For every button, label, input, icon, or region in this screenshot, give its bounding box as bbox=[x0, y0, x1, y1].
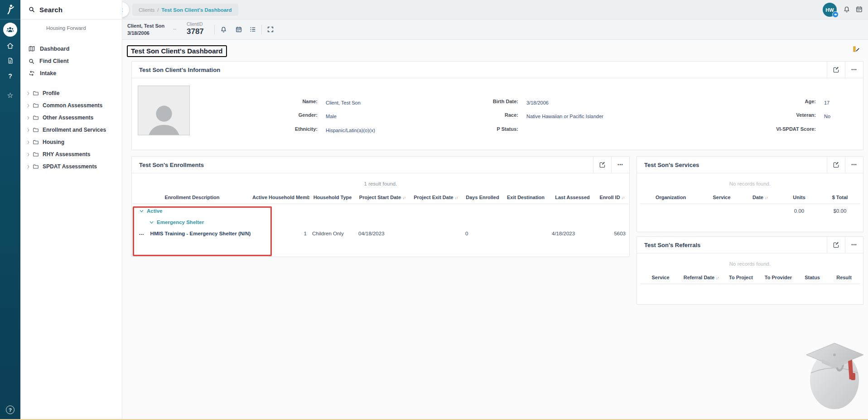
rail-item-home[interactable] bbox=[0, 41, 20, 50]
field-birth-date: Birth Date: 3/18/2006 bbox=[446, 99, 644, 105]
rail-item-clients[interactable] bbox=[3, 23, 17, 37]
housing-forward-logo[interactable] bbox=[0, 0, 20, 19]
edit-card-button[interactable] bbox=[827, 237, 845, 253]
ellipsis-icon: ••• bbox=[617, 162, 623, 167]
result-count: 1 result found. bbox=[132, 173, 629, 188]
card-menu-button[interactable]: ••• bbox=[611, 157, 629, 173]
column-last-assessed: Last Assessed bbox=[549, 193, 596, 204]
card-menu-button[interactable]: ••• bbox=[845, 237, 863, 253]
column-date[interactable]: Date↓↑ bbox=[742, 193, 778, 204]
fullscreen-button[interactable] bbox=[267, 26, 274, 33]
field-value: Native Hawaiian or Pacific Islander bbox=[526, 114, 644, 119]
client-calendar-button[interactable] bbox=[235, 26, 242, 33]
cell-active-household-members: 1 bbox=[251, 227, 309, 238]
sidebar-item-dashboard[interactable]: Dashboard bbox=[20, 43, 122, 55]
field-label: Name: bbox=[245, 99, 318, 105]
card-header: Test Son's Enrollments ••• bbox=[132, 157, 629, 173]
card-title: Test Son's Services bbox=[637, 162, 827, 168]
enrollment-row[interactable]: ••• HMIS Training - Emergency Shelter (N… bbox=[133, 227, 628, 238]
map-icon bbox=[28, 45, 35, 52]
column-project-exit-date[interactable]: Project Exit Date↓↑ bbox=[409, 193, 463, 204]
sidebar-item-label: Dashboard bbox=[40, 46, 69, 52]
referrals-card: Test Son's Referrals ••• No records foun… bbox=[637, 236, 863, 305]
column-enrollment-description: Enrollment Description bbox=[133, 193, 251, 204]
ellipsis-icon: ••• bbox=[851, 243, 857, 247]
card-menu-button[interactable]: ••• bbox=[845, 62, 863, 78]
client-header-bar: Client, Test Son 3/18/2006 -- ClientID 3… bbox=[122, 19, 868, 40]
sidebar-item-intake[interactable]: Intake bbox=[20, 67, 122, 79]
folder-icon bbox=[33, 127, 39, 133]
column-to-project: To Project bbox=[722, 273, 760, 284]
column-status: Status bbox=[796, 273, 828, 284]
rail-item-documents[interactable] bbox=[0, 56, 20, 65]
notifications-button[interactable] bbox=[843, 5, 851, 14]
sidebar-item-label: RHY Assessments bbox=[43, 151, 90, 158]
sidebar-item-enrollment-and-services[interactable]: Enrollment and Services bbox=[20, 124, 122, 136]
sidebar-item-label: Profile bbox=[43, 90, 59, 96]
breadcrumb: Clients / Test Son Client's Dashboard bbox=[132, 4, 238, 16]
sidebar-item-other-assessments[interactable]: Other Assessments bbox=[20, 112, 122, 124]
ellipsis-icon: ••• bbox=[851, 162, 857, 167]
card-header: Test Son Client's Information ••• bbox=[132, 62, 863, 78]
mouse-graduation-cap-graphic bbox=[802, 329, 868, 413]
column-referral-date[interactable]: Referral Date↓↑ bbox=[681, 273, 722, 284]
edit-card-button[interactable] bbox=[593, 157, 611, 173]
breadcrumb-clients[interactable]: Clients bbox=[139, 7, 154, 13]
column-project-start-date[interactable]: Project Start Date↓↑ bbox=[356, 193, 409, 204]
group-toggle-active[interactable]: Active bbox=[139, 208, 626, 214]
edit-card-button[interactable] bbox=[827, 157, 845, 173]
chevron-right-icon bbox=[26, 91, 31, 96]
empty-state-text: No records found. bbox=[637, 173, 863, 188]
client-alerts-button[interactable] bbox=[220, 26, 227, 33]
bell-icon bbox=[843, 5, 851, 14]
sort-icon: ↓↑ bbox=[455, 196, 458, 200]
group-label: Active bbox=[147, 208, 163, 214]
field-label: VI-SPDAT Score: bbox=[743, 126, 816, 132]
edit-card-button[interactable] bbox=[827, 62, 845, 78]
column-service: Service bbox=[701, 193, 742, 204]
group-label: Emergency Shelter bbox=[157, 220, 204, 225]
column-organization: Organization bbox=[640, 193, 701, 204]
user-avatar[interactable]: HW bbox=[823, 3, 837, 17]
sidebar-item-label: SPDAT Assessments bbox=[43, 163, 97, 170]
enrollment-description[interactable]: HMIS Training - Emergency Shelter (N/N) bbox=[150, 231, 251, 236]
services-card: Test Son's Services ••• No records found… bbox=[637, 156, 863, 232]
client-tasks-button[interactable] bbox=[249, 26, 256, 33]
rail-item-help[interactable]: ? bbox=[0, 72, 20, 81]
avatar-initials: HW bbox=[825, 7, 834, 13]
rail-bottom-help-button[interactable]: ? bbox=[6, 406, 14, 414]
sidebar-item-profile[interactable]: Profile bbox=[20, 87, 122, 99]
field-label: Age: bbox=[743, 99, 816, 105]
sidebar-item-rhy-assessments[interactable]: RHY Assessments bbox=[20, 148, 122, 160]
logo-figure-icon bbox=[5, 4, 16, 15]
card-title: Test Son's Enrollments bbox=[132, 162, 593, 168]
main-content: Test Son Client's Dashboard Test Son Cli… bbox=[122, 40, 868, 420]
chevron-right-icon bbox=[26, 164, 31, 169]
column-enroll-id[interactable]: Enroll ID↓↑ bbox=[596, 193, 628, 204]
cell-exit-destination bbox=[502, 227, 549, 238]
client-dob: 3/18/2006 bbox=[127, 29, 164, 37]
sidebar-item-find-client[interactable]: Find Client bbox=[20, 55, 122, 67]
page-tools-icon[interactable] bbox=[853, 45, 860, 52]
column-total: $ Total bbox=[820, 193, 860, 204]
calendar-button[interactable] bbox=[855, 5, 863, 13]
field-label: Race: bbox=[446, 112, 518, 119]
group-toggle-emergency-shelter[interactable]: Emergency Shelter bbox=[139, 220, 626, 225]
chevron-right-icon bbox=[26, 140, 31, 145]
column-result: Result bbox=[828, 273, 860, 284]
sidebar-item-housing[interactable]: Housing bbox=[20, 136, 122, 148]
sidebar-search[interactable]: Search bbox=[20, 0, 122, 19]
repeat-icon bbox=[28, 70, 35, 77]
card-menu-button[interactable]: ••• bbox=[845, 157, 863, 173]
field-name: Name: Client, Test Son bbox=[245, 99, 444, 105]
table-header-row: Enrollment Description Active Household … bbox=[133, 193, 628, 204]
row-menu-icon[interactable]: ••• bbox=[139, 232, 144, 236]
client-header-dash: -- bbox=[173, 26, 176, 31]
sidebar-item-spdat-assessments[interactable]: SPDAT Assessments bbox=[20, 161, 122, 172]
client-id-value: 3787 bbox=[187, 27, 204, 36]
field-veteran: Veteran: No bbox=[743, 112, 856, 119]
client-photo-placeholder[interactable] bbox=[138, 86, 190, 135]
sidebar-item-common-assessments[interactable]: Common Assessments bbox=[20, 100, 122, 111]
rail-item-favorites[interactable]: ☆ bbox=[0, 91, 20, 100]
field-value: Hispanic/Latin(a)(o)(x) bbox=[326, 128, 444, 133]
